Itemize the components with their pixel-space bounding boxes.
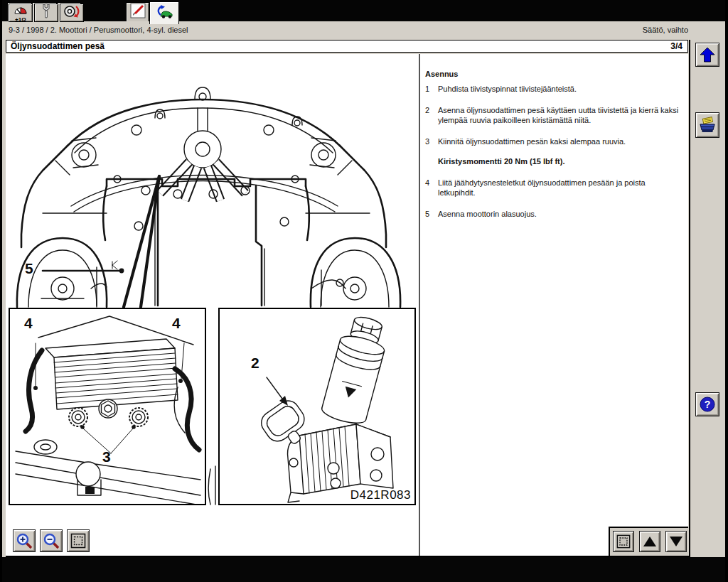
step-number: 4 (425, 178, 438, 198)
back-up-button[interactable] (695, 43, 719, 67)
down-triangle-icon (669, 535, 683, 548)
fit-view-button[interactable] (67, 529, 90, 552)
inset-oil-cooler: 4 4 3 (9, 308, 206, 505)
step-text: Kiinnitä öljynsuodattimen pesän kaksi al… (438, 136, 681, 146)
zoom-in-button[interactable] (13, 529, 36, 552)
instruction-step-2: 2 Asenna öljynsuodattimen pesä käyttäen … (425, 105, 681, 125)
step-number: 2 (425, 105, 438, 125)
selection-frame-icon (616, 534, 631, 549)
instruction-panel: Asennus 1 Puhdista tiivistyspinnat tiivi… (420, 54, 688, 556)
figure-panel: 5 (6, 54, 419, 556)
zoom-out-button[interactable] (40, 529, 63, 552)
rotation-tool-button[interactable] (60, 4, 84, 22)
page-title-bar: Öljynsuodattimen pesä 3/4 (6, 40, 688, 53)
scroll-down-button[interactable] (665, 531, 687, 552)
multimeter-tool-button[interactable]: ±1Ω (9, 4, 33, 22)
step-text: Liitä jäähdytysnesteletkut öljynsuodatti… (438, 178, 681, 198)
torque-note: Kiristysmomentti 20 Nm (15 lbf ft). (438, 156, 681, 166)
callout-5: 5 (25, 260, 33, 277)
section-label: Säätö, vaihto (643, 26, 688, 34)
step-text: Asenna moottorin alasuojus. (438, 209, 681, 219)
printer-icon (698, 117, 717, 134)
instruction-step-5: 5 Asenna moottorin alasuojus. (425, 209, 681, 219)
help-button[interactable]: ? (695, 392, 719, 416)
window-right-edge (725, 0, 728, 582)
vehicle-section-tab[interactable] (149, 1, 179, 24)
help-icon: ? (698, 395, 717, 414)
zoom-out-icon (43, 532, 60, 549)
top-toolbar (0, 0, 728, 21)
inset-oil-filter-housing: 2 D421R083 (218, 308, 416, 505)
page-indicator: 3/4 (670, 41, 682, 51)
instructions-heading: Asennus (425, 69, 681, 79)
callout-3: 3 (102, 448, 111, 465)
window-left-edge (0, 0, 2, 582)
multimeter-label: ±1Ω (15, 17, 26, 22)
selection-frame-icon (70, 533, 86, 549)
callout-2: 2 (251, 355, 259, 372)
print-button[interactable] (695, 112, 719, 138)
right-sidebar (690, 21, 725, 556)
callout-4b: 4 (172, 315, 181, 332)
step-number: 5 (425, 209, 438, 219)
wis-application-window: 9-3 / 1998 / 2. Moottori / Perusmoottori… (0, 0, 728, 582)
breadcrumb-row: 9-3 / 1998 / 2. Moottori / Perusmoottori… (0, 21, 728, 38)
scroll-up-button[interactable] (639, 531, 660, 552)
tab-edit[interactable] (126, 2, 149, 21)
page-overview-button[interactable] (613, 531, 634, 552)
multimeter-icon (14, 4, 28, 17)
instruction-step-1: 1 Puhdista tiivistyspinnat tiivistejäänt… (425, 84, 681, 94)
step-number: 1 (425, 84, 438, 94)
step-number: 3 (425, 136, 438, 146)
zoom-in-icon (16, 532, 33, 549)
page-title: Öljynsuodattimen pesä (11, 41, 105, 51)
rotating-gear-icon (63, 4, 80, 21)
help-glyph: ? (705, 399, 711, 410)
step-text: Puhdista tiivistyspinnat tiivistejääntei… (438, 84, 681, 94)
pencil-icon (130, 3, 146, 21)
instruction-step-3: 3 Kiinnitä öljynsuodattimen pesän kaksi … (425, 136, 681, 146)
bottom-taskbar (0, 557, 728, 582)
wrench-icon (41, 4, 52, 22)
figure-code: D421R083 (350, 488, 411, 502)
instruction-step-4: 4 Liitä jäähdytysnesteletkut öljynsuodat… (425, 178, 681, 198)
breadcrumb: 9-3 / 1998 / 2. Moottori / Perusmoottori… (9, 26, 188, 34)
car-icon (154, 4, 174, 23)
up-arrow-icon (698, 45, 717, 64)
step-text: Asenna öljynsuodattimen pesä käyttäen uu… (438, 105, 681, 125)
callout-4a: 4 (24, 315, 33, 332)
up-triangle-icon (643, 535, 657, 548)
tools-button[interactable] (34, 4, 58, 22)
